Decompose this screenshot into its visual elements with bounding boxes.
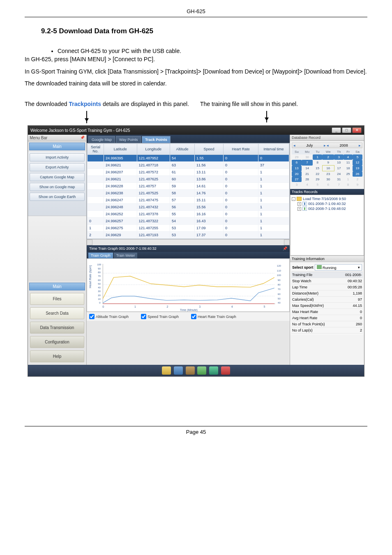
table-row[interactable]: 24.996248121.4874325615.5601 xyxy=(88,204,289,211)
cal-day[interactable]: 1 xyxy=(313,154,322,160)
cal-day[interactable]: 8 xyxy=(344,182,353,187)
table-row[interactable]: 24.996247121.4874755715.1101 xyxy=(88,197,289,204)
cal-day[interactable]: 21 xyxy=(302,171,313,177)
col-hr[interactable]: Heart Rate xyxy=(224,144,258,155)
max-button[interactable]: □ xyxy=(342,127,351,133)
cal-day[interactable]: 28 xyxy=(302,177,313,182)
tab-track-points[interactable]: Track Points xyxy=(142,136,171,143)
toolbar-btn-4[interactable] xyxy=(197,366,206,375)
cal-day[interactable]: 13 xyxy=(292,166,302,171)
cal-day[interactable]: 31 xyxy=(334,177,344,182)
chk-heartrate[interactable]: Heart Rate Train Graph xyxy=(191,314,236,319)
sec-btn-search[interactable]: Search Data xyxy=(30,307,84,319)
cal-day[interactable]: 4 xyxy=(302,182,313,187)
cal-day[interactable]: 11 xyxy=(344,160,353,166)
cal-day[interactable]: 1 xyxy=(344,177,353,182)
chart-area[interactable]: Heart Rate (bpm) 10090807060 50403020100… xyxy=(87,258,290,312)
btn-show-google-earth[interactable]: Show on Google Earth xyxy=(30,193,85,201)
sec-btn-data-transmission[interactable]: Data Transmission xyxy=(30,322,84,334)
toolbar-btn-close[interactable] xyxy=(221,366,230,375)
cal-day[interactable]: 6 xyxy=(322,182,334,187)
col-serial[interactable]: Serial No. xyxy=(88,144,104,155)
chk-altitude[interactable]: Altitude Train Graph xyxy=(89,314,129,319)
col-alt[interactable]: Altitude xyxy=(170,144,195,155)
titlebar[interactable]: Welcome Jackson to GS-Sport Training Gym… xyxy=(28,126,364,135)
cal-year[interactable]: 2008 xyxy=(340,143,348,147)
sec-btn-configuration[interactable]: Configuration xyxy=(30,336,84,348)
table-row[interactable]: 24.99621121.4876256013.8601 xyxy=(88,176,289,183)
trackpoints-grid[interactable]: Serial No. Latitude Longitude Altitude S… xyxy=(87,143,289,239)
cal-day[interactable]: 29 xyxy=(313,177,322,182)
cal-day[interactable]: 15 xyxy=(313,166,322,171)
toolbar-btn-1[interactable] xyxy=(162,366,171,375)
cal-day[interactable]: 5 xyxy=(313,182,322,187)
cal-day[interactable]: 20 xyxy=(292,171,302,177)
cal-day[interactable]: 7 xyxy=(302,160,313,166)
cal-day[interactable]: 7 xyxy=(334,182,344,187)
table-row[interactable]: 24.996207121.4875726113.1101 xyxy=(88,169,289,176)
table-row[interactable]: 24.996395121.487952541.5500 xyxy=(88,155,289,162)
btn-capture-google-map[interactable]: Capture Google Map xyxy=(30,173,85,181)
cal-day[interactable]: 2 xyxy=(322,154,334,160)
col-lon[interactable]: Longitude xyxy=(137,144,170,155)
cal-day[interactable]: 29 xyxy=(292,154,302,160)
min-button[interactable]: _ xyxy=(332,127,341,133)
sec-main[interactable]: Main xyxy=(29,283,85,290)
main-tab[interactable]: Main xyxy=(29,143,85,150)
cal-day[interactable]: 10 xyxy=(334,160,344,166)
cal-day[interactable]: 9 xyxy=(353,182,362,187)
cal-day[interactable]: 17 xyxy=(334,166,344,171)
tab-way-points[interactable]: Way Points xyxy=(116,136,141,143)
cal-month[interactable]: July xyxy=(306,143,313,147)
cal-prev-year[interactable]: ◂ xyxy=(293,143,295,147)
cal-day[interactable]: 23 xyxy=(322,171,334,177)
table-row[interactable]: 24.996252121.4873785516.1601 xyxy=(88,211,289,218)
cal-day[interactable]: 2 xyxy=(353,177,362,182)
cal-day[interactable]: 18 xyxy=(344,166,353,171)
toolbar-btn-3[interactable] xyxy=(186,366,195,375)
sub-tab-train-meter[interactable]: Train Meter xyxy=(114,253,138,258)
cal-day[interactable]: 22 xyxy=(313,171,322,177)
pin-icon[interactable]: 📌 xyxy=(80,136,85,140)
cal-day[interactable]: 26 xyxy=(353,171,362,177)
cal-day[interactable]: 24 xyxy=(334,171,344,177)
toolbar-btn-2[interactable] xyxy=(174,366,183,375)
cal-day[interactable]: 12 xyxy=(353,160,362,166)
col-interval[interactable]: Interval time xyxy=(258,144,289,155)
cal-day[interactable]: 14 xyxy=(302,166,313,171)
sub-tab-train-graph[interactable]: Train Graph xyxy=(88,253,113,258)
cal-day[interactable]: 5 xyxy=(353,154,362,160)
cal-day[interactable]: 9 xyxy=(322,160,334,166)
btn-show-google-map[interactable]: Show on Google map xyxy=(30,183,85,191)
table-row[interactable]: 24.996228121.487575914.6101 xyxy=(88,183,289,190)
table-row[interactable]: 124.996275121.4872555317.0901 xyxy=(88,225,289,232)
cal-day[interactable]: 25 xyxy=(344,171,353,177)
calendar[interactable]: ◂ July ▸ ◂ 2008 ▸ SuMoTuWeThFrSa29301234… xyxy=(290,141,364,189)
table-row[interactable]: 024.996257121.4873225416.4301 xyxy=(88,218,289,225)
cal-day[interactable]: 3 xyxy=(334,154,344,160)
col-speed[interactable]: Speed xyxy=(195,144,224,155)
cal-day[interactable]: 19 xyxy=(353,166,362,171)
graph-pin-icon[interactable]: 📌 xyxy=(283,246,287,251)
cal-day[interactable]: 30 xyxy=(322,177,334,182)
cal-day[interactable]: 4 xyxy=(344,154,353,160)
btn-import-activity[interactable]: Import Activity xyxy=(30,153,85,161)
cal-day[interactable]: 16 xyxy=(322,166,334,171)
cal-day[interactable]: 3 xyxy=(292,182,302,187)
cal-day[interactable]: 8 xyxy=(313,160,322,166)
select-sport[interactable]: Running▾ xyxy=(315,264,362,271)
tracks-tree[interactable]: -Load Time-7/16/2008 9:50 +001-2008-7-1:… xyxy=(290,195,364,256)
table-row[interactable]: 224.99629121.4871935317.3701 xyxy=(88,232,289,239)
cal-day[interactable]: 6 xyxy=(292,160,302,166)
col-lat[interactable]: Latitude xyxy=(104,144,137,155)
close-button[interactable]: ✕ xyxy=(352,127,362,133)
btn-export-activity[interactable]: Export Activity xyxy=(30,163,85,171)
cal-day[interactable]: 27 xyxy=(292,177,302,182)
sec-btn-help[interactable]: Help xyxy=(30,350,84,362)
cal-next-year[interactable]: ▸ xyxy=(359,143,361,147)
chk-speed[interactable]: Speed Train Graph xyxy=(141,314,179,319)
table-row[interactable]: 24.996238121.4875255814.7601 xyxy=(88,190,289,197)
sec-btn-files[interactable]: Files xyxy=(30,293,84,305)
tab-google-map[interactable]: Google Map xyxy=(88,136,115,143)
h-scrollbar[interactable] xyxy=(87,239,290,245)
